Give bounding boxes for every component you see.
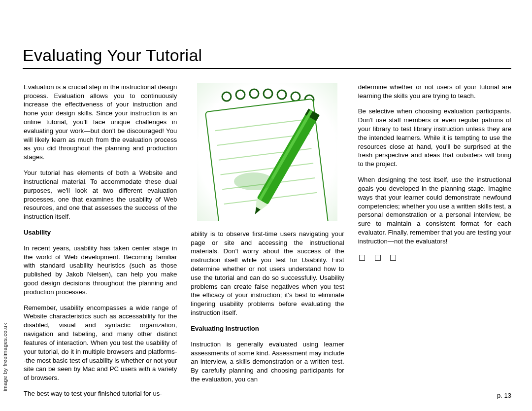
- subhead-evaluating: Evaluating Instruction: [191, 324, 344, 333]
- paragraph: The best way to test your finished tutor…: [24, 389, 177, 398]
- paragraph: Instruction is generally evaluated using…: [191, 340, 344, 384]
- paragraph: ability is to observe first-time users n…: [191, 230, 344, 317]
- square-icon: [359, 255, 365, 261]
- document-page: Evaluating Your Tutorial Evaluation is a…: [0, 0, 532, 411]
- image-credit: image by freeimages.co.uk: [2, 323, 8, 391]
- paragraph: Be selective when choosing evaluation pa…: [358, 107, 511, 169]
- column-1: Evaluation is a crucial step in the inst…: [24, 83, 177, 398]
- columns: Evaluation is a crucial step in the inst…: [24, 83, 511, 398]
- square-icon: [375, 255, 381, 261]
- square-icon: [390, 255, 396, 261]
- notepad-pencil-icon: [197, 83, 337, 221]
- end-marker-squares: [358, 254, 511, 263]
- column-3: determine whether or not users of your t…: [358, 83, 511, 398]
- page-number: p. 13: [497, 392, 511, 399]
- paragraph: When designing the test itself, use the …: [358, 175, 511, 246]
- paragraph: In recent years, usability has taken cen…: [24, 244, 177, 297]
- paragraph: Your tutorial has elements of both a Web…: [24, 169, 177, 221]
- svg-point-20: [234, 172, 273, 190]
- paragraph: Remember, usability encompasses a wide r…: [24, 304, 177, 382]
- paragraph: determine whether or not users of your t…: [358, 83, 511, 101]
- paragraph: Evaluation is a crucial step in the inst…: [24, 83, 177, 162]
- notepad-illustration: [197, 83, 337, 221]
- column-2: ability is to observe first-time users n…: [191, 83, 344, 398]
- page-title: Evaluating Your Tutorial: [23, 46, 511, 69]
- subhead-usability: Usability: [24, 228, 177, 237]
